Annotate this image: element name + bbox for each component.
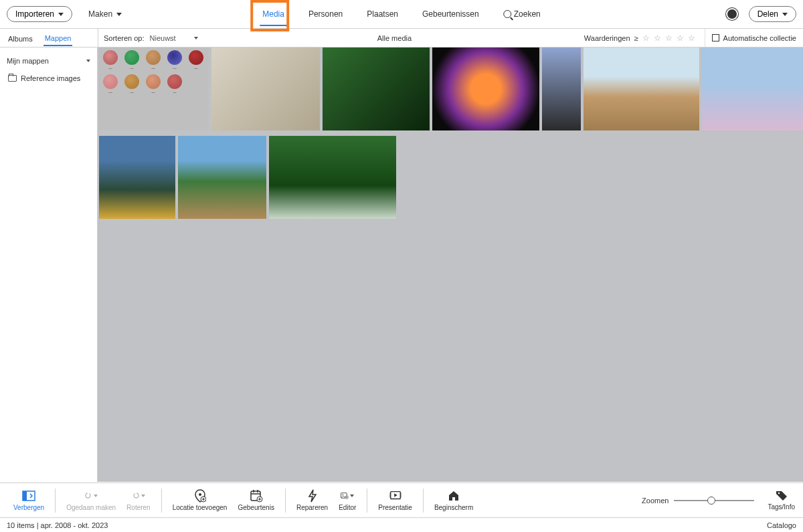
sort-value: Nieuwst <box>150 34 176 42</box>
ratings-filter[interactable]: Waarderingen ≥ ☆ ☆ ☆ ☆ ☆ <box>584 29 705 47</box>
sidebar-folder-item[interactable]: Reference images <box>5 70 92 86</box>
folder-icon <box>8 75 17 82</box>
subbar: Albums Mappen Sorteren op: Nieuwst Alle … <box>0 29 803 48</box>
tag-icon <box>775 490 788 502</box>
ratings-operator: ≥ <box>634 34 638 42</box>
tab-media[interactable]: Media <box>260 1 287 27</box>
star-icon: ☆ <box>665 33 673 43</box>
avatar[interactable]: — <box>146 50 161 70</box>
tool-hide[interactable]: Verbergen <box>8 489 50 511</box>
avatar-icon <box>124 50 139 65</box>
avatar[interactable]: — <box>167 50 182 70</box>
avatar-label: — <box>109 66 112 70</box>
auto-collection-toggle[interactable]: Automatische collectie <box>705 29 803 47</box>
avatar[interactable]: — <box>103 74 118 94</box>
tab-places[interactable]: Plaatsen <box>364 1 401 27</box>
thumbnail[interactable] <box>99 136 175 219</box>
zoom-slider[interactable] <box>674 500 754 501</box>
divider <box>55 489 56 513</box>
avatar-icon <box>167 50 182 65</box>
tool-home[interactable]: Beginscherm <box>429 489 478 511</box>
tab-people[interactable]: Personen <box>306 1 345 27</box>
panel-icon <box>22 489 35 503</box>
avatar[interactable]: — <box>146 74 161 94</box>
thumbnail[interactable] <box>323 48 430 130</box>
import-button[interactable]: Importeren <box>7 6 72 22</box>
sort-dropdown[interactable]: Sorteren op: Nieuwst <box>98 29 205 47</box>
avatar-icon <box>146 50 161 65</box>
statusbar: 10 items | apr. 2008 - okt. 2023 Catalog… <box>0 517 803 532</box>
tab-search[interactable]: Zoeken <box>501 1 543 27</box>
tool-presentation[interactable]: Presentatie <box>373 489 418 511</box>
tool-label: Roteren <box>126 504 151 511</box>
avatar-label: — <box>195 66 198 70</box>
tool-add-location[interactable]: Locatie toevoegen <box>167 489 233 511</box>
avatar-label: — <box>152 90 155 94</box>
svg-point-10 <box>343 495 344 496</box>
avatar[interactable]: — <box>103 50 118 70</box>
tool-label: Beginscherm <box>434 504 473 511</box>
tool-label: Editor <box>339 504 356 511</box>
create-label: Maken <box>88 9 112 19</box>
slider-knob[interactable] <box>707 497 715 505</box>
bolt-icon <box>306 489 319 503</box>
svg-rect-1 <box>23 491 27 501</box>
tool-event[interactable]: Gebeurtenis <box>232 489 279 511</box>
calendar-plus-icon <box>250 489 263 503</box>
status-left: 10 items | apr. 2008 - okt. 2023 <box>7 521 108 529</box>
undo-icon <box>84 489 98 503</box>
create-button[interactable]: Maken <box>88 9 122 19</box>
thumbnail[interactable] <box>702 48 803 130</box>
thumbnail[interactable] <box>542 48 581 130</box>
tool-rotate[interactable]: Roteren <box>121 489 156 511</box>
pin-plus-icon <box>193 489 207 503</box>
search-icon <box>503 10 511 18</box>
avatar-label: — <box>173 90 177 94</box>
tool-label: Presentatie <box>378 504 412 511</box>
tool-editor[interactable]: Editor <box>333 489 361 511</box>
divider <box>423 489 424 513</box>
subtab-folders[interactable]: Mappen <box>43 30 73 46</box>
media-grid[interactable]: ————————— <box>98 48 803 482</box>
topbar: Importeren Maken Media Personen Plaatsen… <box>0 0 803 29</box>
tool-label: Verbergen <box>13 504 44 511</box>
share-button[interactable]: Delen <box>749 6 796 22</box>
thumbnail[interactable] <box>584 48 699 130</box>
star-icon: ☆ <box>654 33 661 43</box>
folder-label: Reference images <box>21 74 80 82</box>
avatar-icon <box>124 74 139 89</box>
brightness-icon[interactable] <box>727 9 737 19</box>
divider <box>367 489 367 513</box>
slideshow-icon <box>389 489 402 503</box>
tags-label: Tags/Info <box>768 503 795 511</box>
avatar[interactable]: — <box>124 50 139 70</box>
subtab-albums[interactable]: Albums <box>7 31 34 46</box>
tab-events[interactable]: Gebeurtenissen <box>420 1 482 27</box>
tool-undo[interactable]: Ogedaan maken <box>61 489 121 511</box>
sort-label: Sorteren op: <box>104 34 145 42</box>
avatar[interactable]: — <box>167 74 182 94</box>
grid-title: Alle media <box>377 34 412 42</box>
avatar[interactable]: — <box>189 50 203 70</box>
thumbnail-people-stack[interactable]: ————————— <box>99 48 209 130</box>
thumbnail[interactable] <box>432 48 539 130</box>
status-right: Catalogo <box>767 521 796 529</box>
avatar[interactable]: — <box>124 74 139 94</box>
tool-label: Ogedaan maken <box>66 504 116 511</box>
zoom-control[interactable]: Zoomen <box>642 497 754 505</box>
avatar-label: — <box>130 90 134 94</box>
thumbnail[interactable] <box>211 48 320 130</box>
bottom-toolbar: Verbergen Ogedaan maken Roteren Locatie … <box>0 482 803 517</box>
tool-repair[interactable]: Repareren <box>291 489 333 511</box>
tool-tags-info[interactable]: Tags/Info <box>768 490 795 511</box>
tool-label: Gebeurtenis <box>238 504 274 511</box>
thumbnail[interactable] <box>269 136 396 219</box>
chevron-down-icon <box>782 13 788 16</box>
thumbnail[interactable] <box>178 136 266 219</box>
auto-collection-label: Automatische collectie <box>723 34 796 42</box>
main-tabs: Media Personen Plaatsen Gebeurtenissen Z… <box>260 1 543 27</box>
main-area: Mijn mappen Reference images ————————— <box>0 48 803 482</box>
star-icon: ☆ <box>688 33 695 43</box>
avatar-icon <box>167 74 182 89</box>
sidebar-my-folders[interactable]: Mijn mappen <box>5 52 92 70</box>
